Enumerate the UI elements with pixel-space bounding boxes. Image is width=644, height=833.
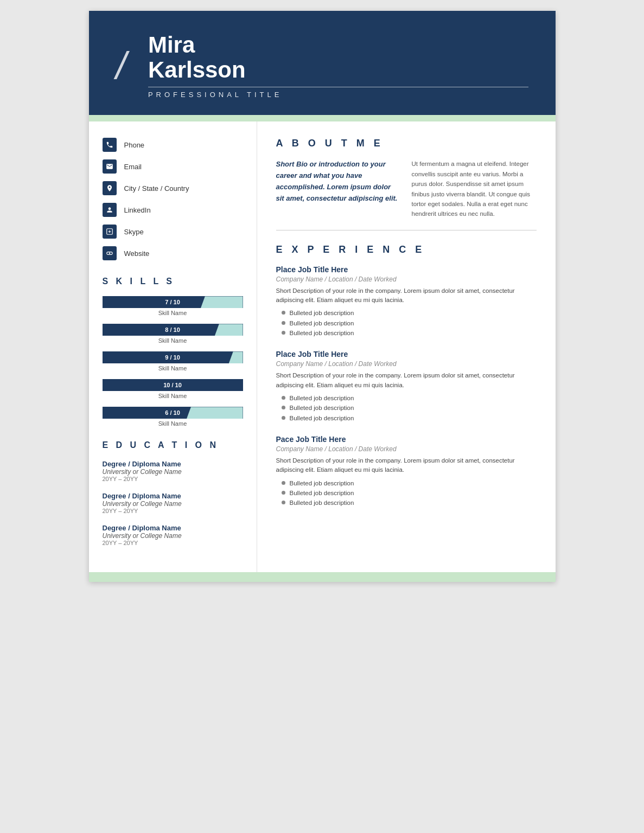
skill-name-2: Skill Name (103, 337, 243, 344)
header-divider (148, 87, 528, 87)
degree-3: Degree / Diploma Name (103, 524, 243, 532)
bullet-dot (282, 406, 285, 409)
bullet-3-3: Bulleted job description (282, 498, 537, 508)
skill-score-1: 7 / 10 (165, 299, 180, 305)
school-3: University or College Name (103, 532, 243, 540)
right-column: A B O U T M E Short Bio or introduction … (257, 121, 556, 572)
bullet-dot (282, 501, 285, 504)
contact-list: Phone Email City / State / Country (103, 138, 243, 260)
education-list: Degree / Diploma Name University or Coll… (103, 460, 243, 546)
resume-document: / Mira Karlsson Professional Title Phone (89, 11, 556, 582)
name-block: Mira Karlsson Professional Title (148, 33, 528, 99)
job-company-2: Company Name / Location / Date Worked (276, 360, 537, 368)
bullet-3-1: Bulleted job description (282, 478, 537, 488)
decorative-slash: / (116, 47, 126, 85)
about-bio: Short Bio or introduction to your career… (276, 159, 401, 219)
skill-bar-track-3: 9 / 10 (103, 351, 243, 363)
skill-score-2: 8 / 10 (165, 326, 180, 333)
last-name: Karlsson (148, 57, 246, 82)
degree-2: Degree / Diploma Name (103, 492, 243, 500)
skill-bar-track-1: 7 / 10 (103, 296, 243, 308)
contact-skype: Skype (103, 225, 243, 239)
degree-1: Degree / Diploma Name (103, 460, 243, 468)
skill-item-4: 10 / 10 Skill Name (103, 379, 243, 399)
job-company-3: Company Name / Location / Date Worked (276, 445, 537, 453)
skill-score-4: 10 / 10 (163, 382, 182, 388)
left-column: Phone Email City / State / Country (89, 121, 257, 572)
experience-section: E X P E R I E N C E Place Job Title Here… (276, 244, 537, 508)
job-entry-1: Place Job Title Here Company Name / Loca… (276, 265, 537, 338)
skill-bar-track-4: 10 / 10 (103, 379, 243, 391)
school-2: University or College Name (103, 500, 243, 508)
skype-icon (103, 225, 117, 239)
bullet-dot (282, 321, 285, 325)
skill-mint-3 (229, 351, 243, 363)
footer-accent-bar (89, 572, 556, 582)
education-item-2: Degree / Diploma Name University or Coll… (103, 492, 243, 514)
about-section-title: A B O U T M E (276, 138, 537, 149)
skill-name-1: Skill Name (103, 310, 243, 316)
skill-name-3: Skill Name (103, 365, 243, 371)
job-entry-3: Pace Job Title Here Company Name / Locat… (276, 435, 537, 508)
about-text: Ut fermentum a magna ut eleifend. Intege… (412, 159, 537, 219)
full-name: Mira Karlsson (148, 33, 528, 82)
website-icon (103, 246, 117, 260)
top-accent-bar (89, 115, 556, 121)
body-content: Phone Email City / State / Country (89, 121, 556, 572)
contact-linkedin: LinkedIn (103, 203, 243, 217)
bullet-dot (282, 396, 285, 400)
bullet-dot (282, 416, 285, 420)
skill-item-2: 8 / 10 Skill Name (103, 324, 243, 344)
skill-score-5: 6 / 10 (165, 409, 180, 416)
skill-mint-1 (201, 296, 243, 308)
phone-label: Phone (124, 141, 145, 149)
contact-website: Website (103, 246, 243, 260)
bullet-1-2: Bulleted job description (282, 318, 537, 328)
bullet-dot (282, 491, 285, 495)
skill-name-5: Skill Name (103, 420, 243, 427)
school-1: University or College Name (103, 468, 243, 476)
skill-mint-5 (187, 407, 243, 419)
dates-3: 20YY – 20YY (103, 540, 243, 546)
job-title-3: Pace Job Title Here (276, 435, 537, 444)
header-section: / Mira Karlsson Professional Title (89, 11, 556, 115)
job-bullets-3: Bulleted job description Bulleted job de… (276, 478, 537, 508)
contact-email: Email (103, 159, 243, 174)
location-label: City / State / Country (124, 184, 189, 193)
experience-section-title: E X P E R I E N C E (276, 244, 537, 255)
first-name: Mira (148, 32, 195, 57)
dates-2: 20YY – 20YY (103, 508, 243, 514)
bullet-dot (282, 331, 285, 335)
about-grid: Short Bio or introduction to your career… (276, 159, 537, 219)
dates-1: 20YY – 20YY (103, 476, 243, 482)
job-title-2: Place Job Title Here (276, 350, 537, 358)
skill-mint-2 (215, 324, 243, 336)
education-item-1: Degree / Diploma Name University or Coll… (103, 460, 243, 482)
education-item-3: Degree / Diploma Name University or Coll… (103, 524, 243, 546)
about-section: A B O U T M E Short Bio or introduction … (276, 138, 537, 230)
job-title-1: Place Job Title Here (276, 265, 537, 274)
linkedin-icon (103, 203, 117, 217)
job-bullets-1: Bulleted job description Bulleted job de… (276, 308, 537, 338)
contact-phone: Phone (103, 138, 243, 152)
job-bullets-2: Bulleted job description Bulleted job de… (276, 393, 537, 423)
bullet-2-3: Bulleted job description (282, 413, 537, 423)
email-icon (103, 159, 117, 174)
phone-icon (103, 138, 117, 152)
education-section-title: E D U C A T I O N (103, 440, 243, 450)
professional-title: Professional Title (148, 91, 528, 99)
bullet-2-2: Bulleted job description (282, 403, 537, 413)
skill-item-1: 7 / 10 Skill Name (103, 296, 243, 316)
bullet-dot (282, 311, 285, 315)
skype-label: Skype (124, 228, 144, 236)
skills-section-title: S K I L L S (103, 277, 243, 286)
skill-bar-track-5: 6 / 10 (103, 407, 243, 419)
skill-bar-track-2: 8 / 10 (103, 324, 243, 336)
skills-list: 7 / 10 Skill Name 8 / 10 Skill Name (103, 296, 243, 427)
skill-name-4: Skill Name (103, 393, 243, 399)
bullet-2-1: Bulleted job description (282, 393, 537, 403)
bullet-1-1: Bulleted job description (282, 308, 537, 318)
linkedin-label: LinkedIn (124, 206, 151, 214)
website-label: Website (124, 249, 150, 258)
job-entry-2: Place Job Title Here Company Name / Loca… (276, 350, 537, 423)
